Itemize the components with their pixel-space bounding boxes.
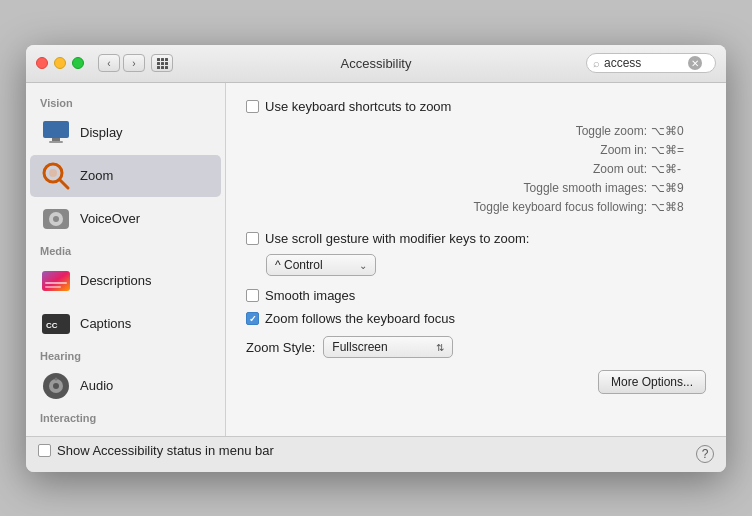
zoom-style-row: Zoom Style: Fullscreen ⇅ <box>246 336 706 358</box>
search-icon: ⌕ <box>593 57 600 69</box>
svg-rect-2 <box>49 141 63 143</box>
grid-icon <box>157 58 168 69</box>
shortcut-zoom-in-desc: Zoom in: <box>600 141 647 160</box>
smooth-images-checkbox[interactable] <box>246 289 259 302</box>
sidebar-item-label-descriptions: Descriptions <box>80 273 152 288</box>
display-icon <box>40 117 72 149</box>
sidebar-item-label-display: Display <box>80 125 123 140</box>
search-clear-button[interactable]: ✕ <box>688 56 702 70</box>
traffic-lights <box>36 57 84 69</box>
shortcut-keyboard-focus: Toggle keyboard focus following: ⌥⌘8 <box>246 198 706 217</box>
shortcut-keyboard-focus-key: ⌥⌘8 <box>651 198 706 217</box>
sidebar-section-media: Media <box>26 241 225 259</box>
sidebar-item-display[interactable]: Display <box>30 112 221 154</box>
sidebar-section-hearing: Hearing <box>26 346 225 364</box>
shortcut-smooth-images: Toggle smooth images: ⌥⌘9 <box>246 179 706 198</box>
menu-bar-label: Show Accessibility status in menu bar <box>57 443 274 458</box>
svg-rect-11 <box>45 286 61 288</box>
zoom-style-value: Fullscreen <box>332 340 387 354</box>
keyboard-shortcuts-checkbox[interactable] <box>246 100 259 113</box>
svg-point-8 <box>53 216 59 222</box>
keyboard-focus-checkbox[interactable] <box>246 312 259 325</box>
svg-rect-1 <box>52 138 60 141</box>
help-button[interactable]: ? <box>696 445 714 463</box>
more-options-container: More Options... <box>246 370 706 394</box>
sidebar-item-label-voiceover: VoiceOver <box>80 211 140 226</box>
shortcut-zoom-in: Zoom in: ⌥⌘= <box>246 141 706 160</box>
shortcut-toggle-zoom-key: ⌥⌘0 <box>651 122 706 141</box>
search-box[interactable]: ⌕ ✕ <box>586 53 716 73</box>
sidebar: Vision Display <box>26 83 226 436</box>
sidebar-item-zoom[interactable]: Zoom <box>30 155 221 197</box>
shortcuts-list: Toggle zoom: ⌥⌘0 Zoom in: ⌥⌘= Zoom out: … <box>246 122 706 218</box>
content-area: Vision Display <box>26 83 726 436</box>
svg-rect-0 <box>43 121 69 138</box>
close-button[interactable] <box>36 57 48 69</box>
window-title: Accessibility <box>341 56 412 71</box>
menu-bar-checkbox[interactable] <box>38 444 51 457</box>
keyboard-focus-label: Zoom follows the keyboard focus <box>265 311 455 326</box>
sidebar-section-vision: Vision <box>26 93 225 111</box>
zoom-icon <box>40 160 72 192</box>
shortcut-toggle-zoom-desc: Toggle zoom: <box>576 122 647 141</box>
search-input[interactable] <box>604 56 684 70</box>
shortcut-zoom-out-key: ⌥⌘- <box>651 160 706 179</box>
bottom-bar: Show Accessibility status in menu bar ? <box>26 436 726 472</box>
scroll-modifier-arrow: ⌄ <box>359 260 367 271</box>
main-content: Use keyboard shortcuts to zoom Toggle zo… <box>226 83 726 436</box>
shortcut-smooth-images-desc: Toggle smooth images: <box>524 179 647 198</box>
shortcut-keyboard-focus-desc: Toggle keyboard focus following: <box>474 198 647 217</box>
menu-bar-row: Show Accessibility status in menu bar <box>38 443 274 458</box>
shortcut-toggle-zoom: Toggle zoom: ⌥⌘0 <box>246 122 706 141</box>
nav-buttons: ‹ › <box>98 54 145 72</box>
more-options-button[interactable]: More Options... <box>598 370 706 394</box>
shortcut-zoom-out-desc: Zoom out: <box>593 160 647 179</box>
scroll-modifier-value: ^ Control <box>275 258 323 272</box>
svg-point-16 <box>53 383 59 389</box>
keyboard-focus-row: Zoom follows the keyboard focus <box>246 311 706 326</box>
window: ‹ › Accessibility ⌕ ✕ Vision <box>26 45 726 472</box>
zoom-style-label: Zoom Style: <box>246 340 315 355</box>
scroll-gesture-row: Use scroll gesture with modifier keys to… <box>246 231 706 246</box>
sidebar-item-label-zoom: Zoom <box>80 168 113 183</box>
titlebar: ‹ › Accessibility ⌕ ✕ <box>26 45 726 83</box>
svg-text:CC: CC <box>46 321 58 330</box>
keyboard-shortcuts-row: Use keyboard shortcuts to zoom <box>246 99 706 114</box>
scroll-gesture-checkbox[interactable] <box>246 232 259 245</box>
scroll-gesture-label: Use scroll gesture with modifier keys to… <box>265 231 529 246</box>
svg-rect-10 <box>45 282 67 284</box>
shortcut-zoom-out: Zoom out: ⌥⌘- <box>246 160 706 179</box>
svg-point-5 <box>49 169 57 177</box>
keyboard-shortcuts-label: Use keyboard shortcuts to zoom <box>265 99 451 114</box>
zoom-style-select[interactable]: Fullscreen ⇅ <box>323 336 453 358</box>
smooth-images-label: Smooth images <box>265 288 355 303</box>
zoom-style-arrow: ⇅ <box>436 342 444 353</box>
sidebar-section-interacting: Interacting <box>26 408 225 426</box>
shortcut-smooth-images-key: ⌥⌘9 <box>651 179 706 198</box>
back-button[interactable]: ‹ <box>98 54 120 72</box>
forward-button[interactable]: › <box>123 54 145 72</box>
sidebar-item-captions[interactable]: CC Captions <box>30 303 221 345</box>
minimize-button[interactable] <box>54 57 66 69</box>
sidebar-item-audio[interactable]: Audio <box>30 365 221 407</box>
scroll-modifier-row: ^ Control ⌄ <box>266 254 706 276</box>
maximize-button[interactable] <box>72 57 84 69</box>
sidebar-item-descriptions[interactable]: Descriptions <box>30 260 221 302</box>
svg-point-17 <box>55 377 58 380</box>
smooth-images-row: Smooth images <box>246 288 706 303</box>
shortcut-zoom-in-key: ⌥⌘= <box>651 141 706 160</box>
captions-icon: CC <box>40 308 72 340</box>
sidebar-item-label-audio: Audio <box>80 378 113 393</box>
svg-line-4 <box>60 180 68 188</box>
scroll-modifier-select[interactable]: ^ Control ⌄ <box>266 254 376 276</box>
audio-icon <box>40 370 72 402</box>
sidebar-item-voiceover[interactable]: VoiceOver <box>30 198 221 240</box>
descriptions-icon <box>40 265 72 297</box>
voiceover-icon <box>40 203 72 235</box>
sidebar-item-label-captions: Captions <box>80 316 131 331</box>
grid-button[interactable] <box>151 54 173 72</box>
